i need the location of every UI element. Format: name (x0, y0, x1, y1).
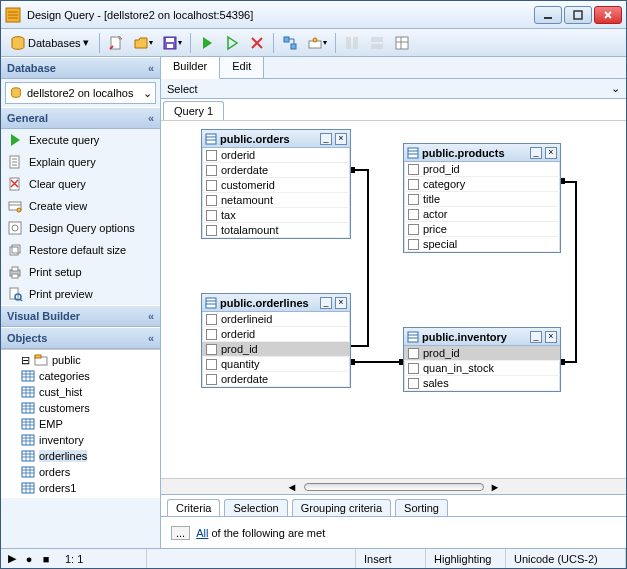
table-column[interactable]: orderdate (202, 163, 350, 178)
table-column[interactable]: quantity (202, 357, 350, 372)
checkbox[interactable] (408, 363, 419, 374)
table-column[interactable]: customerid (202, 178, 350, 193)
criteria-rule[interactable]: All of the following are met (196, 527, 325, 539)
table-header[interactable]: public.orderlines_× (202, 294, 350, 312)
checkbox[interactable] (408, 378, 419, 389)
checkbox[interactable] (206, 374, 217, 385)
checkbox[interactable] (408, 348, 419, 359)
table-window-orders[interactable]: public.orders_×orderidorderdatecustomeri… (201, 129, 351, 239)
scroll-right-icon[interactable]: ► (490, 481, 501, 493)
horizontal-scroll[interactable]: ◄ ► (161, 478, 626, 494)
action-explain-query[interactable]: Explain query (1, 151, 160, 173)
table-header[interactable]: public.inventory_× (404, 328, 560, 346)
tb-tool1-icon[interactable] (279, 32, 301, 54)
tree-item[interactable]: cust_hist (21, 384, 156, 400)
table-column[interactable]: orderid (202, 327, 350, 342)
tab-selection[interactable]: Selection (224, 499, 287, 516)
table-header[interactable]: public.orders_× (202, 130, 350, 148)
table-close-button[interactable]: × (545, 147, 557, 159)
objects-tree[interactable]: ⊟ public categoriescust_histcustomersEMP… (1, 349, 160, 498)
table-window-products[interactable]: public.products_×prod_idcategorytitleact… (403, 143, 561, 253)
tab-query-1[interactable]: Query 1 (163, 101, 224, 120)
tree-item[interactable]: inventory (21, 432, 156, 448)
tb-run-icon[interactable] (196, 32, 218, 54)
tab-grouping[interactable]: Grouping criteria (292, 499, 391, 516)
table-column[interactable]: sales (404, 376, 560, 391)
action-print-preview[interactable]: Print preview (1, 283, 160, 305)
checkbox[interactable] (408, 179, 419, 190)
checkbox[interactable] (206, 165, 217, 176)
sb-play-icon[interactable]: ▶ (5, 552, 19, 566)
table-close-button[interactable]: × (335, 297, 347, 309)
tree-toggle-icon[interactable]: ⊟ (21, 354, 30, 367)
table-column[interactable]: actor (404, 207, 560, 222)
tree-item[interactable]: EMP (21, 416, 156, 432)
database-panel-header[interactable]: Database « (1, 57, 160, 79)
table-column[interactable]: orderlineid (202, 312, 350, 327)
general-panel-header[interactable]: General « (1, 107, 160, 129)
table-min-button[interactable]: _ (530, 331, 542, 343)
checkbox[interactable] (206, 150, 217, 161)
criteria-more-button[interactable]: ... (171, 526, 190, 540)
sb-record-icon[interactable]: ● (22, 552, 36, 566)
database-selector[interactable]: dellstore2 on localhos ⌄ (5, 82, 156, 104)
tab-builder[interactable]: Builder (161, 57, 220, 79)
table-column[interactable]: prod_id (404, 346, 560, 361)
tb-new-icon[interactable] (105, 32, 127, 54)
table-column[interactable]: prod_id (404, 162, 560, 177)
table-column[interactable]: tax (202, 208, 350, 223)
close-button[interactable] (594, 6, 622, 24)
databases-dropdown[interactable]: Databases ▾ (5, 32, 94, 54)
table-column[interactable]: title (404, 192, 560, 207)
table-column[interactable]: quan_in_stock (404, 361, 560, 376)
tb-tool2-icon[interactable]: ▾ (304, 32, 330, 54)
table-column[interactable]: orderdate (202, 372, 350, 387)
minimize-button[interactable] (534, 6, 562, 24)
table-column[interactable]: totalamount (202, 223, 350, 238)
tree-item[interactable]: customers (21, 400, 156, 416)
action-clear-query[interactable]: Clear query (1, 173, 160, 195)
table-window-inventory[interactable]: public.inventory_×prod_idquan_in_stocksa… (403, 327, 561, 392)
table-min-button[interactable]: _ (530, 147, 542, 159)
table-column[interactable]: category (404, 177, 560, 192)
select-bar[interactable]: Select ⌄ (161, 79, 626, 99)
checkbox[interactable] (408, 164, 419, 175)
table-window-orderlines[interactable]: public.orderlines_×orderlineidorderidpro… (201, 293, 351, 388)
tb-save-icon[interactable]: ▾ (159, 32, 185, 54)
scroll-left-icon[interactable]: ◄ (287, 481, 298, 493)
tree-root[interactable]: ⊟ public (21, 352, 156, 368)
tb-stop-icon[interactable] (246, 32, 268, 54)
table-column[interactable]: price (404, 222, 560, 237)
table-close-button[interactable]: × (545, 331, 557, 343)
tb-grid-icon[interactable] (391, 32, 413, 54)
checkbox[interactable] (408, 194, 419, 205)
tree-item[interactable]: categories (21, 368, 156, 384)
visual-builder-panel-header[interactable]: Visual Builder « (1, 305, 160, 327)
checkbox[interactable] (408, 239, 419, 250)
tree-item[interactable]: orderlines (21, 448, 156, 464)
table-header[interactable]: public.products_× (404, 144, 560, 162)
checkbox[interactable] (408, 224, 419, 235)
table-min-button[interactable]: _ (320, 133, 332, 145)
action-execute-query[interactable]: Execute query (1, 129, 160, 151)
table-close-button[interactable]: × (335, 133, 347, 145)
diagram-canvas[interactable]: public.orders_×orderidorderdatecustomeri… (161, 121, 626, 478)
tb-layout2-icon[interactable] (366, 32, 388, 54)
table-column[interactable]: prod_id (202, 342, 350, 357)
tb-open-icon[interactable]: ▾ (130, 32, 156, 54)
tree-item[interactable]: orders1 (21, 480, 156, 496)
tab-sorting[interactable]: Sorting (395, 499, 448, 516)
checkbox[interactable] (206, 329, 217, 340)
checkbox[interactable] (408, 209, 419, 220)
checkbox[interactable] (206, 180, 217, 191)
checkbox[interactable] (206, 344, 217, 355)
checkbox[interactable] (206, 195, 217, 206)
tab-criteria[interactable]: Criteria (167, 499, 220, 516)
maximize-button[interactable] (564, 6, 592, 24)
action-design-query-options[interactable]: Design Query options (1, 217, 160, 239)
tree-item[interactable]: orders (21, 464, 156, 480)
tb-layout1-icon[interactable] (341, 32, 363, 54)
checkbox[interactable] (206, 225, 217, 236)
table-column[interactable]: netamount (202, 193, 350, 208)
checkbox[interactable] (206, 210, 217, 221)
